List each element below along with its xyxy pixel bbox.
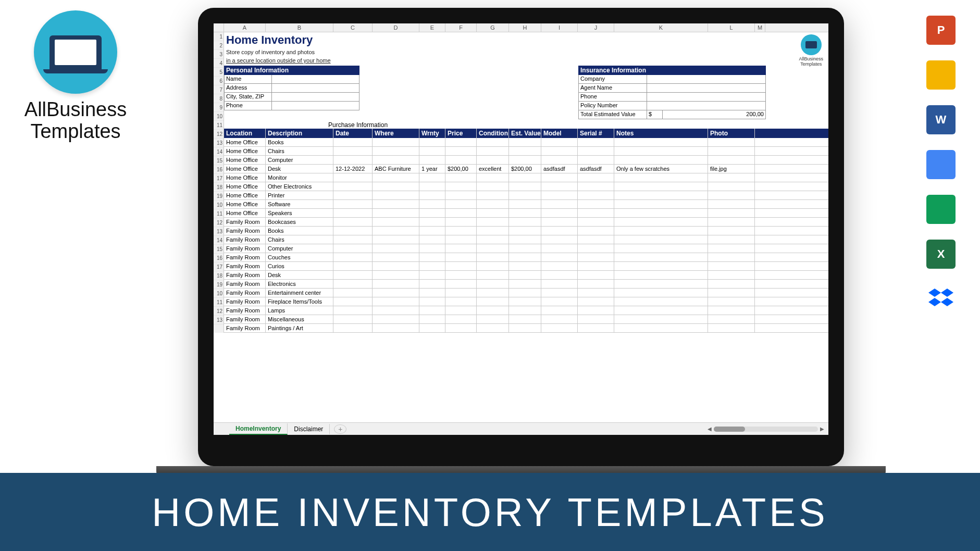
column-header[interactable]: J xyxy=(578,23,614,32)
cell[interactable] xyxy=(509,262,541,270)
cell[interactable] xyxy=(541,315,578,323)
cell[interactable] xyxy=(445,235,477,244)
row-number[interactable]: 11 xyxy=(214,121,224,130)
cell[interactable] xyxy=(578,182,614,191)
cell[interactable] xyxy=(333,209,373,217)
cell[interactable] xyxy=(578,200,614,208)
cell[interactable] xyxy=(445,227,477,235)
row-number[interactable]: 7 xyxy=(214,85,224,94)
field-input[interactable] xyxy=(271,75,359,83)
cell[interactable] xyxy=(614,173,708,182)
cell[interactable] xyxy=(477,156,509,164)
row-number[interactable]: 9 xyxy=(214,103,224,112)
cell[interactable] xyxy=(419,280,445,288)
cell[interactable] xyxy=(419,200,445,208)
cell[interactable] xyxy=(614,253,708,261)
cell[interactable] xyxy=(373,191,419,199)
cell[interactable] xyxy=(614,227,708,235)
cell[interactable] xyxy=(509,156,541,164)
cell[interactable] xyxy=(477,289,509,297)
cell[interactable] xyxy=(419,271,445,279)
cell[interactable] xyxy=(509,138,541,146)
cell[interactable]: Family Room xyxy=(224,253,266,261)
cell[interactable] xyxy=(578,138,614,146)
cell[interactable] xyxy=(477,173,509,182)
cell[interactable] xyxy=(578,262,614,270)
cell[interactable] xyxy=(419,315,445,323)
row-number[interactable]: 11 xyxy=(214,209,224,218)
cell[interactable] xyxy=(509,209,541,217)
cell[interactable] xyxy=(333,227,373,235)
cell[interactable] xyxy=(614,324,708,332)
cell[interactable] xyxy=(373,218,419,226)
cell[interactable]: Family Room xyxy=(224,271,266,279)
google-sheets-icon[interactable] xyxy=(926,195,956,224)
cell[interactable] xyxy=(445,297,477,306)
inventory-row[interactable]: Home OfficeOther Electronics xyxy=(224,182,828,191)
field-input[interactable] xyxy=(271,93,359,101)
inventory-row[interactable]: Family RoomChairs xyxy=(224,235,828,244)
cell[interactable] xyxy=(373,289,419,297)
row-number[interactable]: 2 xyxy=(214,41,224,50)
cell[interactable] xyxy=(419,156,445,164)
cell[interactable] xyxy=(708,289,755,297)
cell[interactable] xyxy=(578,191,614,199)
dropbox-icon[interactable] xyxy=(926,284,956,314)
column-header[interactable]: A xyxy=(224,23,266,32)
cell[interactable] xyxy=(614,209,708,217)
cell[interactable] xyxy=(419,262,445,270)
cell[interactable] xyxy=(509,191,541,199)
cell[interactable] xyxy=(333,218,373,226)
cell[interactable] xyxy=(541,182,578,191)
cell[interactable] xyxy=(509,244,541,253)
cell[interactable] xyxy=(419,297,445,306)
cell[interactable] xyxy=(445,262,477,270)
cell[interactable] xyxy=(419,209,445,217)
tab-homeinventory[interactable]: HomeInventory xyxy=(229,423,288,435)
cell[interactable] xyxy=(614,244,708,253)
cell[interactable]: $200,00 xyxy=(509,165,541,173)
cell[interactable] xyxy=(477,138,509,146)
cell[interactable]: Home Office xyxy=(224,173,266,182)
cell[interactable]: Couches xyxy=(266,253,333,261)
row-number[interactable]: 19 xyxy=(214,192,224,201)
cell[interactable]: Books xyxy=(266,138,333,146)
cell[interactable] xyxy=(708,191,755,199)
cell[interactable] xyxy=(477,271,509,279)
cell[interactable] xyxy=(614,262,708,270)
inv-column-header[interactable]: Location xyxy=(224,129,266,138)
cell[interactable]: Paintings / Art xyxy=(266,324,333,332)
cell[interactable] xyxy=(419,218,445,226)
cell[interactable] xyxy=(477,191,509,199)
inventory-row[interactable]: Home OfficeComputer xyxy=(224,156,828,165)
cell[interactable] xyxy=(373,200,419,208)
inventory-row[interactable]: Family RoomComputer xyxy=(224,244,828,253)
inv-column-header[interactable]: Model xyxy=(541,129,578,138)
row-number[interactable]: 14 xyxy=(214,147,224,156)
cell[interactable] xyxy=(578,147,614,155)
cell[interactable] xyxy=(333,156,373,164)
cell[interactable]: Home Office xyxy=(224,165,266,173)
inv-column-header[interactable]: Est. Value xyxy=(509,129,541,138)
cell[interactable] xyxy=(541,235,578,244)
cell[interactable] xyxy=(578,244,614,253)
cell[interactable]: 12-12-2022 xyxy=(333,165,373,173)
cell[interactable]: Computer xyxy=(266,244,333,253)
row-number[interactable]: 14 xyxy=(214,236,224,245)
cell[interactable] xyxy=(578,297,614,306)
cell[interactable] xyxy=(708,227,755,235)
cell[interactable] xyxy=(708,262,755,270)
cell[interactable] xyxy=(333,173,373,182)
inventory-row[interactable]: Home OfficeBooks xyxy=(224,138,828,147)
cell[interactable] xyxy=(614,200,708,208)
scroll-left-icon[interactable]: ◀ xyxy=(708,426,712,432)
cell[interactable] xyxy=(509,289,541,297)
cell[interactable] xyxy=(419,173,445,182)
cell[interactable] xyxy=(509,253,541,261)
cell[interactable] xyxy=(333,315,373,323)
row-number[interactable]: 6 xyxy=(214,77,224,85)
cell[interactable] xyxy=(614,191,708,199)
cell[interactable] xyxy=(333,306,373,315)
column-header[interactable]: G xyxy=(477,23,509,32)
inventory-row[interactable]: Family RoomCurios xyxy=(224,262,828,271)
